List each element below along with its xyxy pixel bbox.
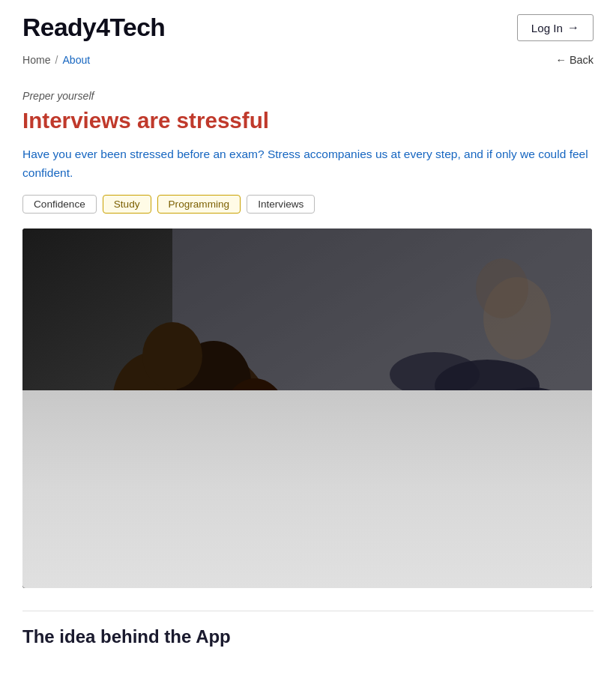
tag-study[interactable]: Study [103,195,151,214]
tag-confidence[interactable]: Confidence [22,195,97,214]
hero-image: LAUREN CHEN Digital Marketing Specialist… [22,228,592,588]
main-title: Interviews are stressful [22,108,594,133]
login-label: Log In [531,22,563,34]
table-surface [22,390,592,588]
breadcrumb-separator: / [55,54,58,66]
svg-point-85 [476,258,528,318]
breadcrumb-row: Home / About ← Back [0,49,616,75]
tag-programming[interactable]: Programming [157,195,241,214]
breadcrumb-home[interactable]: Home [22,54,51,66]
section-title-bottom: The idea behind the App [22,626,594,647]
login-arrow-icon: → [567,21,579,34]
breadcrumb: Home / About [22,54,90,66]
divider [22,611,594,611]
description: Have you ever been stressed before an ex… [22,145,592,183]
breadcrumb-current[interactable]: About [62,54,90,66]
main-content: Preper yourself Interviews are stressful… [0,75,616,670]
pre-title: Preper yourself [22,90,594,102]
tags-container: Confidence Study Programming Interviews [22,195,594,214]
page-header: Ready4Tech Log In → [0,0,616,49]
site-logo: Ready4Tech [22,13,165,42]
tag-interviews[interactable]: Interviews [247,195,315,214]
login-button[interactable]: Log In → [517,14,594,41]
svg-point-10 [142,322,202,390]
back-button[interactable]: ← Back [556,54,594,66]
image-scene: LAUREN CHEN Digital Marketing Specialist… [22,228,592,588]
